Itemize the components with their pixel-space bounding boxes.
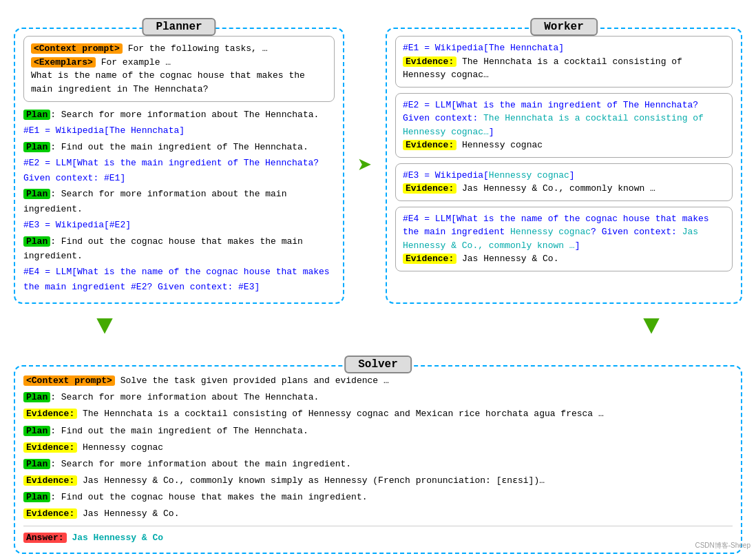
solver-title: Solver (344, 356, 412, 373)
context-prompt-tag: <Context prompt> (31, 43, 123, 54)
plan-step-3: Plan: Search for more information about … (23, 187, 335, 216)
plan-tag-4: Plan (23, 236, 50, 247)
e4-ref-text: #E4 = LLM[What is the name of the cognac… (23, 267, 330, 291)
solver-plan-2: Plan: Find out the main ingredient of Th… (23, 424, 733, 439)
plan-tag-1: Plan (23, 110, 50, 120)
e4-worker-context1: Hennessy cognac (510, 227, 591, 237)
e3-worker-ref: #E3 = Wikipedia[ (403, 170, 489, 181)
solver-evidence-3: Evidence: Jas Hennessy & Co., commonly k… (23, 473, 733, 488)
down-arrows-row: ▼ ▼ (14, 311, 742, 342)
solver-context-text: Solve the task given provided plans and … (115, 375, 389, 386)
worker-card-3-title: #E3 = Wikipedia[Hennessy cognac] (403, 169, 725, 183)
worker-card-3-evidence: Evidence: Jas Hennessy & Co., commonly k… (403, 182, 725, 196)
solver-evidence-2: Evidence: Hennessy cognac (23, 440, 733, 455)
solver-evidence-tag-3: Evidence: (23, 475, 77, 486)
solver-plan-3: Plan: Search for more information about … (23, 457, 733, 472)
down-arrow-left-icon: ▼ (96, 311, 113, 342)
worker-card-3: #E3 = Wikipedia[Hennessy cognac] Evidenc… (395, 163, 733, 201)
e4-ref: #E4 = LLM[What is the name of the cognac… (23, 265, 335, 294)
e2-ref-text: #E2 = LLM[What is the main ingredient of… (23, 158, 319, 183)
worker-card-2-evidence: Evidence: Hennessy cognac (403, 138, 725, 152)
worker-card-4-evidence: Evidence: Jas Hennessy & Co. (403, 252, 725, 266)
plan-tag-3: Plan (23, 189, 50, 199)
solver-plan-tag-1: Plan (23, 392, 50, 402)
e1-ref-text: #E1 = Wikipedia[The Hennchata] (23, 125, 185, 136)
solver-plan-tag-2: Plan (23, 426, 50, 436)
planner-context-box: <Context prompt> For the following tasks… (23, 36, 335, 102)
context-prompt-text: For the following tasks, … (123, 43, 268, 54)
e2-ref: #E2 = LLM[What is the main ingredient of… (23, 156, 335, 185)
worker-section: Worker #E1 = Wikipedia[The Hennchata] Ev… (386, 28, 742, 304)
evidence-tag-3: Evidence: (403, 183, 456, 194)
solver-evidence-1: Evidence: The Hennchata is a cocktail co… (23, 406, 733, 422)
solver-plan-tag-4: Plan (23, 492, 50, 502)
solver-plan-4: Plan: Find out the cognac house that mak… (23, 490, 733, 505)
plan-tag-2: Plan (23, 142, 50, 152)
plan-step-1: Plan: Search for more information about … (23, 107, 335, 122)
solver-evidence-tag-4: Evidence: (23, 508, 77, 519)
e3-worker-context: Hennessy cognac (489, 170, 569, 181)
exemplars-text: For example … (96, 57, 171, 68)
planner-title: Planner (142, 18, 216, 36)
right-arrow-icon: ➤ (357, 151, 372, 181)
planner-steps: Plan: Search for more information about … (23, 107, 335, 294)
plan-step-2: Plan: Find out the main ingredient of Th… (23, 140, 335, 154)
planner-exemplars-line: <Exemplars> For example … (31, 56, 327, 70)
worker-card-4: #E4 = LLM[What is the name of the cognac… (395, 207, 733, 271)
solver-evidence-tag-1: Evidence: (23, 409, 77, 419)
top-row: Planner <Context prompt> For the followi… (14, 14, 742, 304)
evidence-tag-4: Evidence: (403, 254, 456, 264)
solver-section: Solver <Context prompt> Solve the task g… (14, 365, 742, 554)
solver-evidence-tag-2: Evidence: (23, 442, 77, 453)
down-arrow-right-icon: ▼ (643, 311, 660, 342)
solver-context-line: <Context prompt> Solve the task given pr… (23, 373, 733, 389)
answer-text: Jas Hennessy & Co (67, 533, 163, 543)
main-container: Planner <Context prompt> For the followi… (14, 14, 742, 554)
solver-context-tag: <Context prompt> (23, 375, 115, 386)
plan-step-4: Plan: Find out the cognac house that mak… (23, 234, 335, 264)
worker-card-2-title: #E2 = LLM[What is the main ingredient of… (403, 99, 725, 139)
evidence-tag-1: Evidence: (403, 56, 456, 67)
watermark: CSDN博客-Sheep (695, 541, 750, 550)
e3-ref: #E3 = Wikipedia[#E2] (23, 218, 335, 232)
solver-content: <Context prompt> Solve the task given pr… (23, 373, 733, 546)
worker-card-4-title: #E4 = LLM[What is the name of the cognac… (403, 212, 725, 253)
answer-line: Answer: Jas Hennessy & Co (23, 526, 733, 546)
e3-ref-text: #E3 = Wikipedia[#E2] (23, 220, 131, 230)
answer-tag: Answer: (23, 533, 67, 543)
worker-card-1: #E1 = Wikipedia[The Hennchata] Evidence:… (395, 36, 733, 87)
solver-plan-tag-3: Plan (23, 459, 50, 469)
worker-card-2: #E2 = LLM[What is the main ingredient of… (395, 93, 733, 158)
evidence-tag-2: Evidence: (403, 140, 456, 150)
planner-to-worker-arrow: ➤ (351, 28, 379, 304)
exemplars-tag: <Exemplars> (31, 57, 96, 68)
e1-ref: #E1 = Wikipedia[The Hennchata] (23, 123, 335, 138)
worker-title: Worker (530, 18, 598, 36)
planner-section: Planner <Context prompt> For the followi… (14, 28, 344, 304)
e1-worker-ref: #E1 = Wikipedia[The Hennchata] (403, 43, 564, 53)
planner-context-line1: <Context prompt> For the following tasks… (31, 42, 327, 56)
solver-plan-1: Plan: Search for more information about … (23, 390, 733, 405)
planner-question: What is the name of the cognac house tha… (31, 69, 327, 96)
solver-evidence-4: Evidence: Jas Hennessy & Co. (23, 506, 733, 522)
worker-card-1-evidence: Evidence: The Hennchata is a cocktail co… (403, 55, 725, 82)
worker-card-1-title: #E1 = Wikipedia[The Hennchata] (403, 41, 725, 55)
